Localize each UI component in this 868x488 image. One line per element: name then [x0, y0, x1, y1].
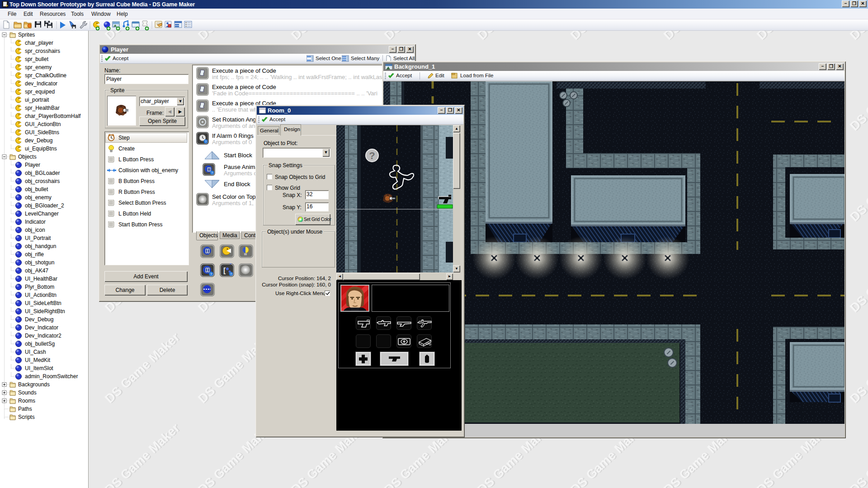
svg-text:Dev_Indicator: Dev_Indicator	[25, 324, 58, 331]
svg-text:UI_ActionBtn: UI_ActionBtn	[25, 292, 57, 298]
svg-text:GUI_SideBtns: GUI_SideBtns	[25, 129, 59, 136]
svg-text:LevelChanger: LevelChanger	[25, 211, 59, 217]
svg-text:Plyr_Bottom: Plyr_Bottom	[25, 284, 54, 290]
svg-text:Rooms: Rooms	[18, 398, 35, 404]
svg-text:obj_enemy: obj_enemy	[25, 194, 52, 201]
svg-text:spr_equiped: spr_equiped	[25, 89, 55, 95]
svg-text:Paths: Paths	[18, 406, 32, 412]
svg-text:obj_BGLoader: obj_BGLoader	[25, 170, 60, 176]
svg-text:Indicator: Indicator	[25, 219, 46, 225]
svg-text:obj_bulletSg: obj_bulletSg	[25, 341, 55, 347]
svg-text:UI_Cash: UI_Cash	[25, 349, 46, 355]
svg-text:Scripts: Scripts	[18, 414, 35, 420]
svg-text:Dev_Indicator2: Dev_Indicator2	[25, 333, 61, 339]
svg-text:Sprites: Sprites	[18, 32, 35, 38]
svg-text:dev_Debug: dev_Debug	[25, 137, 52, 144]
svg-text:spr_ChalkOutline: spr_ChalkOutline	[25, 72, 66, 79]
svg-text:admin_RoomSwitcher: admin_RoomSwitcher	[25, 373, 78, 380]
svg-text:Dev_Debug: Dev_Debug	[25, 316, 53, 323]
svg-text:?: ?	[205, 140, 207, 143]
svg-text:dev_Indicator: dev_Indicator	[25, 80, 57, 87]
svg-text:?: ?	[211, 171, 213, 174]
svg-text:char_PlayerBottomHalf: char_PlayerBottomHalf	[25, 113, 81, 119]
svg-text:obj_handgun: obj_handgun	[25, 243, 56, 249]
svg-text:obj_rifle: obj_rifle	[25, 251, 44, 258]
svg-text:ui_EquipBtns: ui_EquipBtns	[25, 145, 57, 152]
svg-text:spr_HealthBar: spr_HealthBar	[25, 105, 60, 111]
svg-text:ui_portrait: ui_portrait	[25, 97, 49, 103]
svg-text:?: ?	[230, 272, 232, 276]
svg-text:GUI_ActionBtn: GUI_ActionBtn	[25, 121, 61, 127]
svg-text:Player: Player	[25, 162, 40, 168]
svg-text:?: ?	[210, 272, 212, 276]
svg-text:UI_ItemSlot: UI_ItemSlot	[25, 365, 53, 371]
svg-text:UI_SideRightBtn: UI_SideRightBtn	[25, 308, 65, 314]
svg-text:obj_AK47: obj_AK47	[25, 267, 48, 274]
svg-text:Objects: Objects	[18, 154, 37, 160]
svg-text:obj_icon: obj_icon	[25, 227, 45, 233]
svg-text:?: ?	[369, 150, 375, 161]
svg-text:UI_Portrait: UI_Portrait	[25, 235, 51, 241]
svg-text:UI_HealthBar: UI_HealthBar	[25, 276, 57, 282]
svg-text:[: [	[223, 267, 226, 274]
svg-text:obj_BGloader_2: obj_BGloader_2	[25, 202, 64, 209]
svg-text:spr_crosshairs: spr_crosshairs	[25, 48, 60, 54]
svg-text:obj_crosshairs: obj_crosshairs	[25, 178, 60, 184]
svg-text:obj_bullet: obj_bullet	[25, 186, 48, 192]
svg-text:Sounds: Sounds	[18, 389, 37, 396]
svg-text:UI_SideLeftBtn: UI_SideLeftBtn	[25, 300, 61, 306]
svg-text:char_player: char_player	[25, 40, 53, 46]
svg-text:Backgrounds: Backgrounds	[18, 381, 50, 388]
svg-text:spr_bullet: spr_bullet	[25, 56, 49, 62]
svg-text:spr_enemy: spr_enemy	[25, 64, 52, 70]
svg-text:obj_shotgun: obj_shotgun	[25, 259, 54, 266]
svg-text:UI_MedKit: UI_MedKit	[25, 357, 51, 363]
